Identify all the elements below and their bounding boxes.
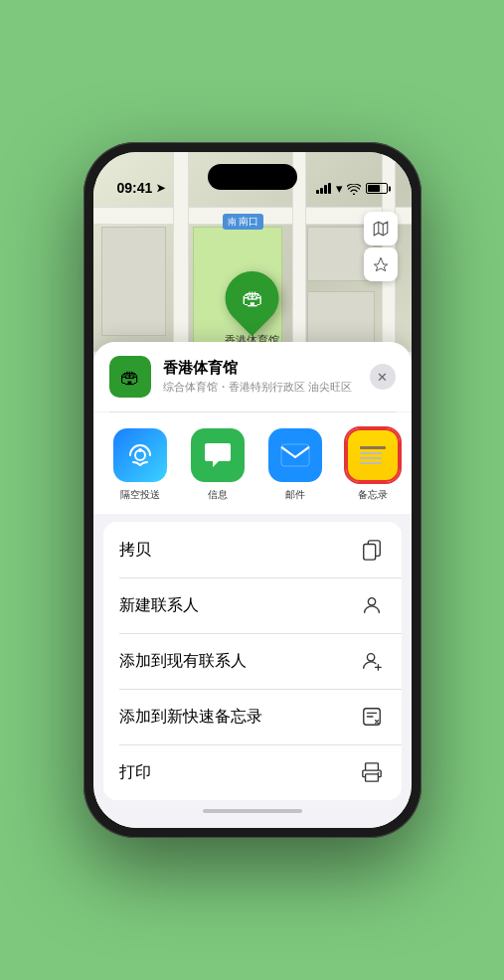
- person-icon: [358, 591, 386, 619]
- person-add-icon: [358, 647, 386, 675]
- mail-icon: [268, 428, 322, 482]
- copy-icon: [358, 536, 386, 564]
- venue-icon: 🏟: [109, 356, 151, 398]
- menu-quick-note[interactable]: 添加到新快速备忘录: [103, 689, 402, 744]
- menu-copy[interactable]: 拷贝: [103, 522, 402, 577]
- pin-emoji: 🏟: [242, 285, 263, 311]
- svg-point-12: [377, 772, 379, 774]
- quick-note-icon: [358, 703, 386, 731]
- svg-point-1: [138, 448, 142, 452]
- svg-rect-10: [365, 763, 378, 770]
- signal-bars: [316, 183, 331, 194]
- signal-bar-1: [316, 190, 319, 194]
- notes-line-2: [360, 452, 382, 454]
- menu-section: 拷贝 新建联系人: [103, 522, 402, 800]
- svg-point-7: [367, 654, 374, 661]
- notes-line-4: [360, 462, 382, 464]
- notes-line-3: [360, 457, 382, 459]
- venue-card: 🏟 香港体育馆 综合体育馆・香港特别行政区 油尖旺区 ✕: [93, 342, 412, 411]
- share-notes[interactable]: 备忘录: [338, 428, 408, 502]
- bottom-sheet: 🏟 香港体育馆 综合体育馆・香港特别行政区 油尖旺区 ✕: [93, 342, 412, 828]
- airdrop-label: 隔空投送: [120, 488, 160, 502]
- status-icons: ▾: [316, 181, 388, 196]
- airdrop-icon: [113, 428, 167, 482]
- notes-line-1: [360, 446, 386, 449]
- menu-add-existing[interactable]: 添加到现有联系人: [103, 633, 402, 689]
- menu-print-label: 打印: [119, 762, 151, 783]
- messages-label: 信息: [208, 488, 228, 502]
- menu-copy-label: 拷贝: [119, 540, 151, 561]
- print-icon: [358, 758, 386, 786]
- wifi-icon: ▾: [336, 181, 361, 196]
- svg-rect-11: [365, 774, 378, 781]
- menu-add-existing-label: 添加到现有联系人: [119, 651, 247, 672]
- menu-print[interactable]: 打印: [103, 744, 402, 800]
- svg-rect-5: [363, 545, 375, 561]
- messages-icon: [191, 428, 245, 482]
- menu-quick-note-label: 添加到新快速备忘录: [119, 707, 262, 728]
- bottom-bar: [93, 800, 412, 828]
- home-indicator: [203, 809, 302, 813]
- dynamic-island: [208, 164, 297, 190]
- location-pin: 🏟 香港体育馆: [225, 271, 279, 348]
- notes-label: 备忘录: [358, 488, 388, 502]
- map-controls: [364, 212, 398, 281]
- battery-icon: [366, 183, 388, 194]
- venue-subtitle: 综合体育馆・香港特别行政区 油尖旺区: [163, 380, 358, 395]
- share-row: 隔空投送 信息: [93, 412, 412, 514]
- menu-new-contact[interactable]: 新建联系人: [103, 577, 402, 633]
- status-time: 09:41 ➤: [117, 180, 166, 196]
- phone-frame: 09:41 ➤ ▾: [84, 142, 421, 838]
- battery-fill: [368, 185, 381, 192]
- notes-lines: [360, 446, 386, 464]
- location-button[interactable]: [364, 247, 398, 281]
- signal-bar-3: [324, 185, 327, 194]
- mail-label: 邮件: [285, 488, 305, 502]
- venue-name: 香港体育馆: [163, 359, 358, 378]
- share-airdrop[interactable]: 隔空投送: [105, 428, 175, 502]
- svg-point-6: [368, 598, 375, 605]
- map-type-button[interactable]: [364, 212, 398, 245]
- map-block-4: [101, 227, 166, 336]
- map-block-3: [307, 291, 375, 344]
- signal-bar-4: [328, 183, 331, 194]
- share-mail[interactable]: 邮件: [260, 428, 330, 502]
- map-label: 南南口南口: [223, 214, 263, 230]
- notes-icon: [346, 428, 400, 482]
- pin-circle: 🏟: [214, 260, 289, 336]
- close-button[interactable]: ✕: [370, 364, 396, 390]
- menu-new-contact-label: 新建联系人: [119, 595, 199, 616]
- share-messages[interactable]: 信息: [183, 428, 252, 502]
- time-display: 09:41: [117, 180, 153, 196]
- location-arrow-icon: ➤: [156, 182, 165, 195]
- phone-screen: 09:41 ➤ ▾: [93, 152, 412, 828]
- svg-rect-2: [281, 444, 309, 466]
- signal-bar-2: [320, 188, 323, 194]
- venue-info: 香港体育馆 综合体育馆・香港特别行政区 油尖旺区: [163, 359, 358, 395]
